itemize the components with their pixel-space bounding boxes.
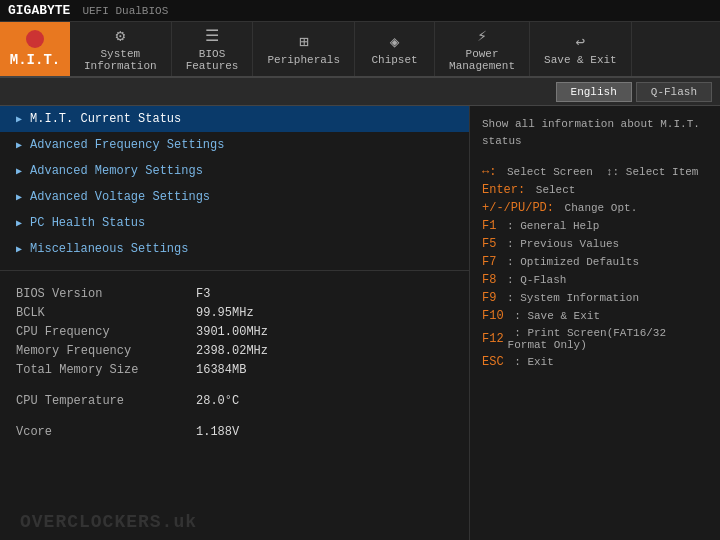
english-button[interactable]: English (556, 82, 632, 102)
nav-save-exit[interactable]: ↩ Save & Exit (530, 22, 632, 76)
nav-system-information[interactable]: ⚙ System Information (70, 22, 172, 76)
keybind-desc: : Exit (508, 356, 554, 368)
chipset-icon: ◈ (390, 32, 400, 52)
total-mem-label: Total Memory Size (16, 363, 196, 377)
f1-icon: F1 (482, 219, 496, 233)
menu-item-label: Advanced Memory Settings (30, 164, 203, 178)
keybind-desc: : Previous Values (500, 238, 619, 250)
mem-freq-label: Memory Frequency (16, 344, 196, 358)
left-panel: ▶ M.I.T. Current Status ▶ Advanced Frequ… (0, 106, 470, 540)
mem-freq-row: Memory Frequency 2398.02MHz (16, 344, 453, 358)
f7-icon: F7 (482, 255, 496, 269)
qflash-button[interactable]: Q-Flash (636, 82, 712, 102)
keybind-select-screen: ↔: Select Screen ↕: Select Item (482, 165, 708, 179)
keybind-f5: F5 : Previous Values (482, 237, 708, 251)
arrow-icon: ▶ (16, 191, 22, 203)
arrow-lr-icon: ↔: (482, 165, 496, 179)
nav-bios-line2: Features (186, 60, 239, 72)
keybind-f1: F1 : General Help (482, 219, 708, 233)
menu-item-advanced-freq[interactable]: ▶ Advanced Frequency Settings (0, 132, 469, 158)
total-mem-value: 16384MB (196, 363, 246, 377)
nav-power-line2: Management (449, 60, 515, 72)
menu-item-advanced-voltage[interactable]: ▶ Advanced Voltage Settings (0, 184, 469, 210)
keybind-desc: : Optimized Defaults (500, 256, 639, 268)
bios-version-value: F3 (196, 287, 210, 301)
keybind-esc: ESC : Exit (482, 355, 708, 369)
menu-item-pc-health[interactable]: ▶ PC Health Status (0, 210, 469, 236)
menu-item-label: M.I.T. Current Status (30, 112, 181, 126)
keybind-f12: F12 : Print Screen(FAT16/32 Format Only) (482, 327, 708, 351)
status-description: Show all information about M.I.T. status (482, 116, 708, 149)
power-icon: ⚡ (477, 26, 487, 46)
plusminus-icon: +/-/PU/PD: (482, 201, 554, 215)
bclk-row: BCLK 99.95MHz (16, 306, 453, 320)
brand-logo: GIGABYTE (8, 3, 70, 18)
nav-power-management[interactable]: ⚡ Power Management (435, 22, 530, 76)
save-exit-icon: ↩ (576, 32, 586, 52)
nav-peripherals-label: Peripherals (267, 54, 340, 66)
f9-icon: F9 (482, 291, 496, 305)
f5-icon: F5 (482, 237, 496, 251)
nav-chipset[interactable]: ◈ Chipset (355, 22, 435, 76)
arrow-icon: ▶ (16, 165, 22, 177)
bios-features-icon: ☰ (205, 26, 219, 46)
nav-bios-features[interactable]: ☰ BIOS Features (172, 22, 254, 76)
watermark: OVERCLOCKERS.uk (20, 512, 197, 532)
nav-peripherals[interactable]: ⊞ Peripherals (253, 22, 355, 76)
peripherals-icon: ⊞ (299, 32, 309, 52)
top-bar: GIGABYTE UEFI DualBIOS (0, 0, 720, 22)
mit-tab[interactable]: M.I.T. (0, 22, 70, 76)
keybind-desc: : Q-Flash (500, 274, 566, 286)
cpu-temp-row: CPU Temperature 28.0°C (16, 394, 453, 408)
keybind-f10: F10 : Save & Exit (482, 309, 708, 323)
nav-bios-line1: BIOS (199, 48, 225, 60)
keybind-desc: : Print Screen(FAT16/32 Format Only) (508, 327, 708, 351)
nav-chipset-label: Chipset (371, 54, 417, 66)
menu-item-misc[interactable]: ▶ Miscellaneous Settings (0, 236, 469, 262)
bclk-label: BCLK (16, 306, 196, 320)
mit-label: M.I.T. (10, 52, 60, 68)
system-info-icon: ⚙ (115, 26, 125, 46)
menu-item-label: Advanced Frequency Settings (30, 138, 224, 152)
cpu-temp-value: 28.0°C (196, 394, 239, 408)
esc-icon: ESC (482, 355, 504, 369)
bios-version-row: BIOS Version F3 (16, 287, 453, 301)
menu-item-label: Advanced Voltage Settings (30, 190, 210, 204)
total-mem-row: Total Memory Size 16384MB (16, 363, 453, 377)
keybind-desc: : Save & Exit (508, 310, 600, 322)
f8-icon: F8 (482, 273, 496, 287)
nav-save-exit-label: Save & Exit (544, 54, 617, 66)
arrow-icon: ▶ (16, 139, 22, 151)
main-content: ▶ M.I.T. Current Status ▶ Advanced Frequ… (0, 106, 720, 540)
vcore-value: 1.188V (196, 425, 239, 439)
keybind-change-opt: +/-/PU/PD: Change Opt. (482, 201, 708, 215)
vcore-label: Vcore (16, 425, 196, 439)
keybind-desc: Change Opt. (558, 202, 637, 214)
enter-icon: Enter: (482, 183, 525, 197)
nav-system-line1: System (101, 48, 141, 60)
keybind-desc: : General Help (500, 220, 599, 232)
keybind-f8: F8 : Q-Flash (482, 273, 708, 287)
menu-item-label: PC Health Status (30, 216, 145, 230)
cpu-freq-row: CPU Frequency 3901.00MHz (16, 325, 453, 339)
arrow-icon: ▶ (16, 243, 22, 255)
arrow-icon: ▶ (16, 217, 22, 229)
right-panel: Show all information about M.I.T. status… (470, 106, 720, 540)
vcore-row: Vcore 1.188V (16, 425, 453, 439)
f12-icon: F12 (482, 332, 504, 346)
keybind-f7: F7 : Optimized Defaults (482, 255, 708, 269)
bios-version-label: BIOS Version (16, 287, 196, 301)
info-section: BIOS Version F3 BCLK 99.95MHz CPU Freque… (0, 270, 469, 460)
keybind-enter: Enter: Select (482, 183, 708, 197)
nav-bar: M.I.T. ⚙ System Information ☰ BIOS Featu… (0, 22, 720, 78)
dual-bios-label: UEFI DualBIOS (82, 5, 168, 17)
menu-item-advanced-memory[interactable]: ▶ Advanced Memory Settings (0, 158, 469, 184)
nav-power-line1: Power (466, 48, 499, 60)
cpu-temp-label: CPU Temperature (16, 394, 196, 408)
keybind-section: ↔: Select Screen ↕: Select Item Enter: S… (482, 165, 708, 369)
keybind-desc: : System Information (500, 292, 639, 304)
arrow-icon: ▶ (16, 113, 22, 125)
keybind-desc: Select Screen ↕: Select Item (500, 166, 698, 178)
menu-item-mit-current[interactable]: ▶ M.I.T. Current Status (0, 106, 469, 132)
bclk-value: 99.95MHz (196, 306, 254, 320)
